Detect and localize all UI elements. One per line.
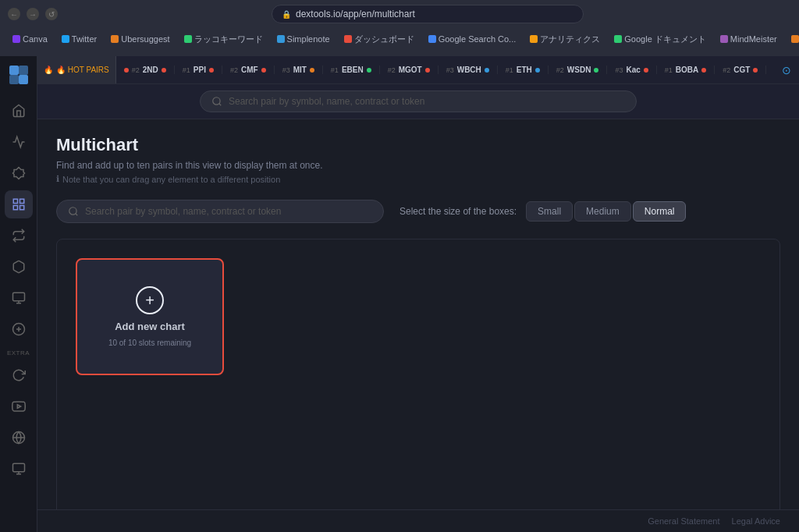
bookmark-label: Ubersuggest	[121, 34, 169, 44]
bookmark-label: Google ドキュメント	[624, 34, 706, 45]
bookmark-canva[interactable]: Canva	[8, 33, 52, 45]
ticker-boba[interactable]: #1 BOBA	[657, 66, 715, 74]
add-chart-card[interactable]: + Add new chart 10 of 10 slots remaining	[76, 258, 224, 375]
bookmark-google-docs[interactable]: Google ドキュメント	[609, 32, 711, 47]
size-normal-button[interactable]: Normal	[633, 201, 687, 222]
size-small-button[interactable]: Small	[526, 201, 573, 222]
chart-grid: + Add new chart 10 of 10 slots remaining	[56, 239, 780, 509]
add-chart-label: Add new chart	[115, 321, 185, 332]
ticker-dot	[162, 68, 166, 73]
sidebar-item-launch[interactable]	[5, 159, 33, 187]
bookmark-simplenote[interactable]: Simplenote	[272, 33, 335, 45]
sidebar-item-nft[interactable]	[5, 284, 33, 312]
bookmark-rakko[interactable]: ラッコキーワード	[179, 32, 268, 47]
ticker-mit[interactable]: #3 MIT	[275, 66, 323, 74]
svg-point-18	[213, 98, 220, 105]
forward-button[interactable]: →	[27, 8, 39, 20]
svg-rect-4	[13, 199, 17, 203]
back-button[interactable]: ←	[8, 8, 20, 20]
ticker-dot	[425, 68, 430, 73]
ticker-rank: #2	[132, 66, 140, 74]
sidebar-item-history[interactable]	[5, 361, 33, 389]
size-medium-button[interactable]: Medium	[574, 201, 631, 222]
ticker-rank: #3	[446, 66, 454, 74]
address-text: dextools.io/app/en/multichart	[296, 9, 415, 20]
sidebar-item-portfolio[interactable]	[5, 253, 33, 281]
ticker-name: CMF	[241, 66, 258, 74]
svg-rect-2	[9, 75, 19, 84]
ticker-dot	[124, 68, 129, 73]
ticker-dot	[485, 68, 489, 73]
browser-top-bar: ← → ↺ 🔒 dextools.io/app/en/multichart	[0, 0, 799, 28]
ticker-eth[interactable]: #1 ETH	[498, 66, 549, 74]
svg-rect-1	[19, 66, 28, 75]
bookmarks-bar: Canva Twitter Ubersuggest ラッコキーワード Simpl…	[0, 28, 799, 50]
bookmark-ubersuggest[interactable]: Ubersuggest	[106, 33, 174, 45]
sidebar-item-chart[interactable]	[5, 128, 33, 156]
ticker-cgt2[interactable]: #3 CGT	[766, 66, 774, 74]
sidebar-item-multichart[interactable]	[5, 190, 33, 218]
ticker-kac[interactable]: #3 Kac	[607, 66, 656, 74]
bookmark-analytics[interactable]: アナリティクス	[525, 32, 605, 47]
sidebar-item-home[interactable]	[5, 97, 33, 125]
bookmark-label: MindMeister	[730, 34, 777, 44]
bookmark-twitter[interactable]: Twitter	[57, 33, 101, 45]
global-search-placeholder: Search pair by symbol, name, contract or…	[229, 96, 424, 107]
ticker-wbch[interactable]: #3 WBCH	[439, 66, 498, 74]
ticker-2nd[interactable]: #2 2ND	[116, 66, 175, 74]
ticker-name: MGOT	[399, 66, 422, 74]
ticker-mgot[interactable]: #2 MGOT	[380, 66, 439, 74]
ticker-eben[interactable]: #1 EBEN	[323, 66, 380, 74]
sidebar-item-youtube[interactable]	[5, 392, 33, 420]
ticker-cgt1[interactable]: #2 CGT	[715, 66, 766, 74]
ticker-dot	[594, 68, 598, 73]
pair-search-bar[interactable]: Search pair by symbol, name, contract or…	[56, 200, 384, 223]
sidebar-item-add[interactable]	[5, 315, 33, 343]
svg-rect-0	[9, 66, 19, 75]
sidebar-item-globe[interactable]	[5, 424, 33, 452]
ticker-rank: #3	[615, 66, 623, 74]
ticker-ppi[interactable]: #1 PPI	[175, 66, 222, 74]
page-subtitle: Find and add up to ten pairs in this vie…	[56, 160, 780, 171]
ticker-dot	[261, 68, 266, 73]
ticker-name: CGT	[733, 66, 750, 74]
ticker-dot	[644, 68, 648, 73]
ticker-wsdn[interactable]: #2 WSDN	[549, 66, 608, 74]
bookmark-mindmeister[interactable]: MindMeister	[716, 33, 782, 45]
ticker-more: ⊙	[774, 56, 799, 83]
ticker-name: MIT	[293, 66, 307, 74]
extra-label: EXTRA	[7, 349, 30, 356]
global-search-container: Search pair by symbol, name, contract or…	[37, 84, 799, 119]
footer-legal-advice[interactable]: Legal Advice	[732, 516, 780, 526]
svg-rect-7	[20, 206, 23, 210]
reload-button[interactable]: ↺	[45, 8, 58, 20]
sidebar-item-help[interactable]	[5, 455, 33, 483]
bookmark-kawablog[interactable]: KawaBlog	[787, 33, 799, 45]
ticker-dot	[535, 68, 540, 73]
browser-chrome: ← → ↺ 🔒 dextools.io/app/en/multichart Ca…	[0, 0, 799, 56]
bookmark-google-search[interactable]: Google Search Co...	[424, 33, 521, 45]
add-chart-slots-text: 10 of 10 slots remaining	[108, 339, 191, 347]
svg-rect-6	[13, 206, 17, 210]
hot-pairs-label: 🔥 🔥 HOT PAIRS	[37, 56, 116, 83]
main-content: 🔥 🔥 HOT PAIRS #2 2ND #1 PPI #2 CMF	[37, 56, 799, 532]
ticker-items: #2 2ND #1 PPI #2 CMF #3 MIT	[116, 66, 774, 74]
ticker-rank: #1	[183, 66, 190, 74]
bookmark-dashboard[interactable]: ダッシュボード	[339, 32, 419, 47]
svg-rect-5	[20, 199, 23, 203]
address-bar[interactable]: 🔒 dextools.io/app/en/multichart	[272, 5, 584, 23]
add-chart-plus-icon: +	[136, 286, 164, 314]
svg-rect-3	[19, 75, 28, 84]
sidebar-item-exchange[interactable]	[5, 222, 33, 250]
footer-general-statement[interactable]: General Statement	[648, 516, 719, 526]
svg-marker-14	[17, 405, 20, 409]
sidebar-logo[interactable]	[6, 62, 31, 87]
ticker-cmf[interactable]: #2 CMF	[222, 66, 275, 74]
ticker-name: EBEN	[342, 66, 364, 74]
ticker-name: PPI	[194, 66, 206, 74]
svg-point-20	[69, 207, 76, 215]
ticker-bar: 🔥 🔥 HOT PAIRS #2 2ND #1 PPI #2 CMF	[37, 56, 799, 84]
ticker-rank: #1	[506, 66, 513, 74]
svg-rect-8	[12, 293, 24, 301]
global-search-bar[interactable]: Search pair by symbol, name, contract or…	[200, 90, 637, 112]
